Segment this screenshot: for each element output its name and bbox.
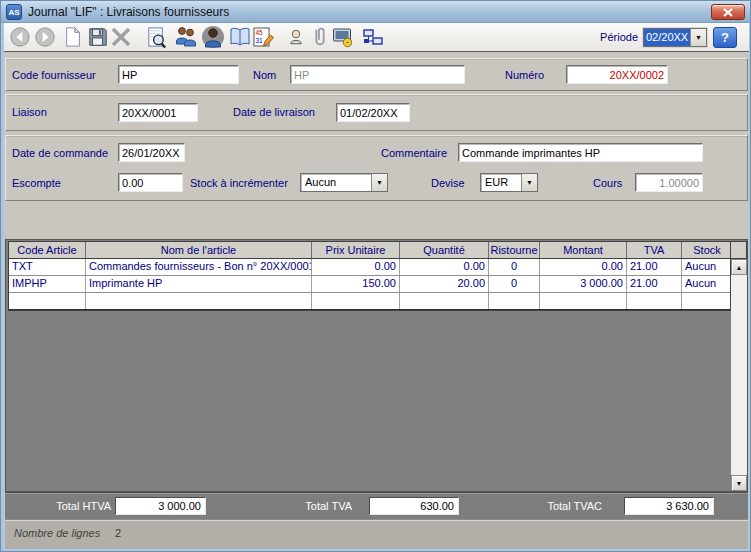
cell-amount[interactable]: 3 000.00 [540,276,627,292]
cell-code[interactable] [9,293,86,309]
forward-icon[interactable] [33,25,57,49]
line-count-label: Nombre de lignes [14,527,100,539]
col-ristourne: Ristourne [489,242,540,258]
cell-price[interactable]: 0.00 [312,259,400,275]
line-count-value: 2 [115,527,121,539]
escompte-input[interactable] [118,173,183,192]
cell-discount[interactable] [489,293,540,309]
cell-discount[interactable]: 0 [489,259,540,275]
liaison-input[interactable] [118,103,198,122]
back-icon[interactable] [8,25,32,49]
application-window: AS Journal "LIF" : Livraisons fournisseu… [0,0,751,552]
preview-icon[interactable] [144,25,168,49]
stock-incrementer-value: Aucun [301,174,371,191]
nom-label: Nom [253,69,276,81]
cell-stock[interactable] [682,293,731,309]
cell-code[interactable]: IMPHP [9,276,86,292]
stock-incrementer-label: Stock à incrémenter [190,177,288,189]
new-document-icon[interactable] [61,25,85,49]
numero-label: Numéro [505,69,544,81]
period-label: Période [560,31,638,43]
cours-label: Cours [593,177,622,189]
diagram-icon[interactable] [361,25,385,49]
user-icon[interactable] [201,25,225,49]
stock-dropdown-arrow-icon[interactable]: ▼ [371,174,387,191]
nom-input[interactable] [290,65,465,84]
save-icon[interactable] [86,25,110,49]
paperclip-icon[interactable] [308,25,332,49]
order-group: Date de commande Commentaire Escompte St… [5,135,748,201]
commentaire-input[interactable] [458,143,703,162]
cell-stock[interactable]: Aucun [682,276,731,292]
table-header-corner [731,241,747,259]
help-button[interactable]: ? [713,27,737,48]
vertical-scrollbar[interactable]: ▲ ▼ [731,259,747,491]
code-fournisseur-label: Code fournisseur [12,69,96,81]
table-row[interactable]: IMPHP Imprimante HP 150.00 20.00 0 3 000… [9,276,730,293]
client-area: 4531 Période 02/20XX ▼ ? Code fournisseu… [4,23,749,549]
period-combobox[interactable]: 02/20XX ▼ [643,28,707,47]
col-prix-unitaire: Prix Unitaire [312,242,400,258]
date-commande-label: Date de commande [12,147,108,159]
close-button[interactable] [711,4,745,20]
cell-name[interactable]: Imprimante HP [86,276,312,292]
cell-price[interactable]: 150.00 [312,276,400,292]
date-livraison-label: Date de livraison [233,106,315,118]
app-icon: AS [6,4,22,20]
payment-icon[interactable] [331,25,355,49]
svg-text:45: 45 [256,29,264,36]
total-tva-label: Total TVA [287,500,352,512]
numero-input[interactable] [566,65,668,84]
users-icon[interactable] [174,25,198,49]
col-nom-article: Nom de l'article [86,242,312,258]
code-fournisseur-input[interactable] [118,65,239,84]
totals-band: Total HTVA Total TVA Total TVAC [5,492,748,519]
cell-name[interactable] [86,293,312,309]
table-body: TXT Commandes fournisseurs - Bon n° 20XX… [8,259,731,311]
cours-input[interactable] [635,173,703,192]
table-row[interactable]: TXT Commandes fournisseurs - Bon n° 20XX… [9,259,730,276]
svg-text:31: 31 [256,37,264,44]
title-bar: AS Journal "LIF" : Livraisons fournisseu… [1,1,751,23]
status-bar: Nombre de lignes 2 [5,519,748,549]
liaison-label: Liaison [12,106,47,118]
col-montant: Montant [540,242,627,258]
stock-incrementer-select[interactable]: Aucun ▼ [300,173,388,192]
close-icon [723,8,733,17]
cell-code[interactable]: TXT [9,259,86,275]
col-stock: Stock [682,242,732,258]
delete-icon[interactable] [109,25,133,49]
cell-stock[interactable]: Aucun [682,259,731,275]
total-tva-value [369,497,459,515]
cell-vat[interactable] [627,293,682,309]
cell-qty[interactable] [400,293,489,309]
book-icon[interactable] [228,25,252,49]
period-dropdown-arrow-icon[interactable]: ▼ [690,29,706,46]
cell-qty[interactable]: 0.00 [400,259,489,275]
contact-icon[interactable] [284,25,308,49]
cell-vat[interactable]: 21.00 [627,276,682,292]
table-row-empty[interactable] [9,293,730,310]
cell-price[interactable] [312,293,400,309]
cell-amount[interactable]: 0.00 [540,259,627,275]
devise-select[interactable]: EUR ▼ [480,173,538,192]
scroll-up-icon[interactable]: ▲ [731,259,747,275]
col-quantite: Quantité [400,242,489,258]
scroll-down-icon[interactable]: ▼ [731,475,747,491]
total-tvac-label: Total TVAC [532,500,602,512]
calendar-edit-icon[interactable]: 4531 [251,25,275,49]
commentaire-label: Commentaire [381,147,447,159]
escompte-label: Escompte [12,177,61,189]
cell-amount[interactable] [540,293,627,309]
cell-vat[interactable]: 21.00 [627,259,682,275]
date-commande-input[interactable] [118,143,185,162]
cell-name[interactable]: Commandes fournisseurs - Bon n° 20XX/000… [86,259,312,275]
cell-discount[interactable]: 0 [489,276,540,292]
devise-label: Devise [431,177,465,189]
total-htva-value [115,497,206,515]
table-header: Code Article Nom de l'article Prix Unita… [8,241,731,259]
col-code-article: Code Article [9,242,86,258]
date-livraison-input[interactable] [336,103,410,122]
cell-qty[interactable]: 20.00 [400,276,489,292]
devise-dropdown-arrow-icon[interactable]: ▼ [521,174,537,191]
